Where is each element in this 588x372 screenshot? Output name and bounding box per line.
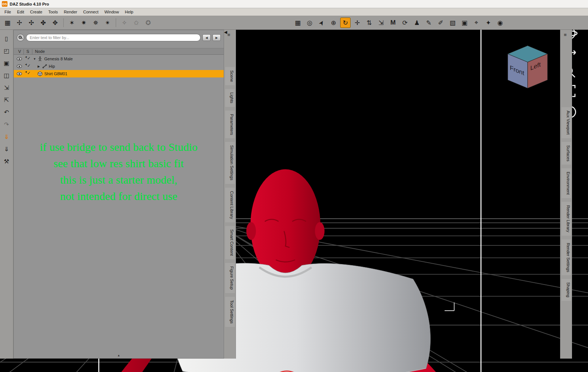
create-null-icon[interactable]: ✥ [50, 18, 60, 28]
splitter-collapse-icon[interactable]: ◀ [224, 30, 227, 34]
scene-node-row-shirt[interactable]: Shirt G8M01 [14, 70, 224, 77]
tab-parameters[interactable]: Parameters [225, 111, 235, 139]
geometry-brush-icon[interactable]: ✐ [435, 18, 446, 28]
daz-studio-window: DS DAZ Studio 4.10 Pro File Edit Create … [0, 0, 588, 372]
install-content-icon[interactable]: ⇓ [2, 133, 11, 141]
geometry-editor-icon[interactable]: ▧ [447, 18, 458, 28]
customize-tool-icon[interactable]: ⚒ [2, 157, 11, 165]
tab-render-settings[interactable]: Render Settings [562, 239, 571, 276]
main-toolbar: ▦ ✢ ✣ ✤ ✥ ✶ ✷ ✵ ✴ ✧ ✩ ✪ ▦ ◎ ➤ ⊕ ↻ ✛ ⇅ ⇲ … [0, 16, 588, 30]
tab-surfaces[interactable]: Surfaces [562, 142, 571, 165]
create-camera-icon[interactable]: ✣ [26, 18, 36, 28]
rotate-select-icon[interactable]: ⊕ [328, 18, 339, 28]
node-tool-disabled-1[interactable]: ✧ [119, 18, 130, 28]
activepose-tool-icon[interactable]: M [388, 18, 398, 28]
column-visible: V [18, 49, 21, 54]
ik-chain-icon[interactable]: ✴ [102, 18, 113, 28]
menu-create[interactable]: Create [27, 9, 45, 15]
panel-collapse-handle[interactable]: ▲ [117, 354, 120, 357]
tab-content-library[interactable]: Content Library [225, 188, 235, 222]
redo-icon[interactable]: ↷ [2, 120, 11, 128]
save-as-icon[interactable]: ◫ [2, 71, 11, 79]
spot-render-icon[interactable]: ⌖ [471, 18, 482, 28]
file-toolbar: ▯ ◰ ▣ ◫ ⇲ ⇱ ↶ ↷ ⇓ ⇓ ⚒ [0, 30, 13, 359]
universal-tool-icon[interactable]: ✛ [352, 18, 362, 28]
export-file-icon[interactable]: ⇱ [2, 96, 11, 104]
content-grid-icon[interactable]: ▦ [2, 18, 13, 28]
tab-lights[interactable]: Lights [225, 89, 235, 106]
figure-icon [38, 56, 42, 61]
sync-content-icon[interactable]: ⇓ [2, 145, 11, 153]
tab-simulation-settings[interactable]: Simulation Settings [225, 142, 235, 184]
scene-pane: ◀ ▶ V S Node ▼ Genesis 8 Male [13, 30, 224, 359]
right-tab-strip: ≡ Aux Viewport Surfaces Environment Rend… [560, 30, 572, 359]
save-file-icon[interactable]: ▣ [2, 59, 11, 67]
expand-arrow-icon[interactable]: ▶ [38, 65, 40, 68]
filter-input[interactable] [26, 34, 201, 41]
node-tool-disabled-2[interactable]: ✩ [131, 18, 141, 28]
visibility-eye-icon[interactable] [17, 57, 22, 61]
render-icon[interactable]: ▣ [459, 18, 470, 28]
bone-icon [42, 64, 47, 69]
search-icon[interactable] [17, 34, 24, 41]
orbit-rotate-icon[interactable]: ↻ [340, 18, 351, 28]
filter-back-button[interactable]: ◀ [202, 34, 211, 41]
selectable-cursor-icon[interactable] [25, 64, 31, 69]
toolbar-separator [116, 18, 116, 27]
create-light-icon[interactable]: ✤ [38, 18, 48, 28]
tab-figure-setup[interactable]: Figure Setup [225, 263, 235, 293]
menu-help[interactable]: Help [122, 9, 137, 15]
tab-shaping[interactable]: Shaping [562, 279, 571, 301]
surface-brush-icon[interactable]: ✎ [424, 18, 434, 28]
tab-scene[interactable]: Scene [225, 67, 235, 85]
create-node-icon[interactable]: ✢ [14, 18, 25, 28]
aim-at-icon[interactable]: ◎ [304, 18, 315, 28]
align-node-icon[interactable]: ✷ [79, 18, 89, 28]
toolbar-separator [63, 18, 64, 27]
undo-icon[interactable]: ↶ [2, 108, 11, 116]
parent-node-icon[interactable]: ✶ [67, 18, 77, 28]
snap-node-icon[interactable]: ✵ [90, 18, 101, 28]
scene-node-row-genesis[interactable]: ▼ Genesis 8 Male [14, 55, 224, 63]
translate-tool-icon[interactable]: ⇅ [364, 18, 374, 28]
render-settings-icon[interactable]: ✦ [483, 18, 493, 28]
tab-smart-content[interactable]: Smart Content [225, 226, 235, 259]
tab-tool-settings[interactable]: Tool Settings [225, 297, 235, 327]
new-file-icon[interactable]: ▯ [2, 34, 11, 42]
menu-tools[interactable]: Tools [45, 9, 61, 15]
visibility-eye-icon[interactable] [17, 72, 22, 76]
node-label[interactable]: Hip [49, 64, 55, 69]
filter-forward-button[interactable]: ▶ [212, 34, 221, 41]
prop-cube-icon [38, 71, 42, 76]
expand-arrow-icon[interactable]: ▼ [33, 57, 36, 61]
left-tab-strip: ≡ Scene Lights Parameters Simulation Set… [224, 30, 236, 359]
node-label[interactable]: Shirt G8M01 [44, 71, 67, 76]
view-cube[interactable]: Front Left [508, 46, 547, 88]
viewport-style-icon[interactable]: ▦ [293, 18, 303, 28]
tab-environment[interactable]: Environment [562, 168, 571, 198]
menu-file[interactable]: File [1, 9, 14, 15]
window-title: DAZ Studio 4.10 Pro [10, 2, 49, 6]
tab-aux-viewport[interactable]: Aux Viewport [562, 107, 571, 138]
scale-tool-icon[interactable]: ⇲ [376, 18, 386, 28]
figure-rotate-icon[interactable]: ⟳ [400, 18, 410, 28]
menu-edit[interactable]: Edit [14, 9, 27, 15]
node-tool-disabled-3[interactable]: ✪ [143, 18, 153, 28]
selectable-cursor-icon[interactable] [25, 71, 31, 76]
posing-icon[interactable]: ♟ [412, 18, 422, 28]
node-select-icon[interactable]: ➤ [316, 18, 327, 28]
scene-node-row-hip[interactable]: ▶ Hip [14, 63, 224, 70]
menu-bar: File Edit Create Tools Render Connect Wi… [0, 8, 588, 16]
menu-connect[interactable]: Connect [80, 9, 102, 15]
visibility-eye-icon[interactable] [17, 65, 22, 68]
pane-options-icon[interactable]: ≡ [564, 32, 567, 38]
node-label[interactable]: Genesis 8 Male [44, 57, 73, 61]
import-file-icon[interactable]: ⇲ [2, 83, 11, 92]
menu-window[interactable]: Window [101, 9, 122, 15]
camera-icon[interactable]: ◉ [495, 18, 505, 28]
menu-render[interactable]: Render [61, 9, 80, 15]
selectable-cursor-icon[interactable] [25, 57, 31, 61]
pane-options-icon[interactable]: ≡ [227, 32, 230, 38]
tab-render-library[interactable]: Render Library [562, 202, 571, 236]
open-file-icon[interactable]: ◰ [2, 47, 11, 55]
